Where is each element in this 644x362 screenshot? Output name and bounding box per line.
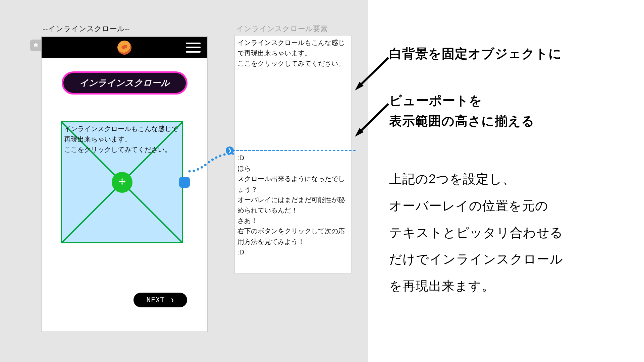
hamburger-icon[interactable] xyxy=(186,43,201,53)
next-button-label: NEXT xyxy=(146,296,165,304)
home-icon[interactable] xyxy=(30,40,42,51)
annotation-2: ビューポートを 表示範囲の高さに揃える xyxy=(389,90,535,131)
annotation-paragraph: 上記の2つを設定し、 オーバーレイの位置を元の テキストとピッタリ合わせる だけ… xyxy=(389,166,610,300)
chevron-right-icon: ❯ xyxy=(171,297,174,303)
phone-topbar xyxy=(42,37,207,58)
element-bottom-text: :D ほら スクロール出来るようになったでしょう？ オーバレイにはまだまだ可能性… xyxy=(237,153,348,257)
arrow-1-icon xyxy=(352,54,392,94)
next-button[interactable]: NEXT ❯ xyxy=(133,293,187,307)
hero-pill[interactable]: インラインスクロール xyxy=(62,71,187,95)
move-icon[interactable] xyxy=(112,172,132,193)
scroll-overlay-text: インラインスクロールもこんな感じで再現出来ちゃいます。 ここをクリックしてみてく… xyxy=(64,124,180,155)
viewport-divider xyxy=(228,150,356,151)
hero-pill-wrap: インラインスクロール xyxy=(42,71,207,95)
app-logo-icon xyxy=(117,41,131,55)
arrow-2-icon xyxy=(352,100,392,140)
slide: --インラインスクロール-- インラインスクロール インラインスクロールもこんな… xyxy=(0,0,644,362)
svg-line-2 xyxy=(358,58,388,87)
resize-handle[interactable] xyxy=(179,177,190,188)
connector-dots xyxy=(188,153,235,173)
phone-label: --インラインスクロール-- xyxy=(43,24,129,34)
scroll-overlay-placeholder[interactable]: インラインスクロールもこんな感じで再現出来ちゃいます。 ここをクリックしてみてく… xyxy=(61,121,183,243)
svg-line-4 xyxy=(358,104,388,133)
element-top-text: インラインスクロールもこんな感じで再現出来ちゃいます。 ここをクリックしてみてく… xyxy=(235,36,351,71)
annotation-1: 白背景を固定オブジェクトに xyxy=(389,44,562,64)
scroll-element-source[interactable]: インラインスクロールもこんな感じで再現出来ちゃいます。 ここをクリックしてみてく… xyxy=(234,35,352,274)
element-label: インラインスクロール要素 xyxy=(236,24,328,34)
